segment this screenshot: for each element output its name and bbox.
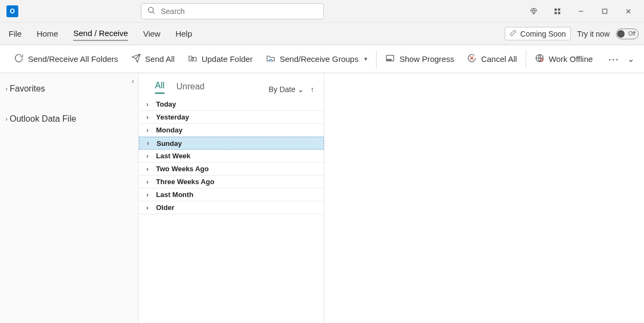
sort-controls: By Date ⌄ ↑	[268, 85, 314, 94]
search-icon	[147, 6, 161, 16]
separator	[376, 50, 377, 68]
try-it-toggle[interactable]: Off	[616, 29, 639, 39]
chevron-right-icon: ›	[146, 152, 152, 160]
mail-group-label: Three Weeks Ago	[156, 178, 214, 186]
show-progress-label: Show Progress	[399, 54, 454, 64]
svg-rect-11	[387, 59, 392, 60]
mail-group-label: Yesterday	[156, 113, 189, 121]
close-button[interactable]	[624, 6, 633, 16]
cancel-all-label: Cancel All	[481, 54, 517, 64]
search-input[interactable]	[161, 7, 318, 16]
coming-soon-label: Coming Soon	[520, 30, 566, 38]
wand-icon	[509, 29, 517, 38]
mail-group-row[interactable]: ›Three Weeks Ago	[139, 175, 324, 188]
menu-home[interactable]: Home	[37, 27, 58, 40]
collapse-sidebar-button[interactable]: ‹	[132, 78, 134, 85]
chevron-down-icon: ▾	[364, 55, 367, 62]
toggle-label: Off	[626, 31, 638, 37]
menu-bar: File Home Send / Receive View Help Comin…	[0, 23, 644, 45]
menu-file[interactable]: File	[9, 27, 22, 40]
update-folder-label: Update Folder	[202, 54, 253, 64]
title-bar	[0, 0, 644, 23]
folder-refresh-icon	[188, 53, 197, 65]
minimize-button[interactable]	[576, 6, 586, 16]
sidebar-favorites[interactable]: › Favorites	[0, 79, 138, 99]
more-commands-button[interactable]: ⋯	[608, 53, 620, 66]
collapse-ribbon-button[interactable]: ⌄	[627, 54, 634, 64]
favorites-label: Favorites	[10, 84, 45, 94]
tab-all[interactable]: All	[155, 81, 165, 94]
try-it-label: Try it now	[577, 30, 610, 38]
mail-group-row[interactable]: ›Older	[139, 201, 324, 214]
cancel-icon	[467, 53, 477, 65]
groups-icon	[266, 53, 275, 65]
send-receive-groups-button[interactable]: Send/Receive Groups ▾	[259, 50, 374, 68]
mail-list-pane: All Unread By Date ⌄ ↑ ›Today›Yesterday›…	[139, 73, 324, 323]
work-offline-label: Work Offline	[549, 54, 593, 64]
chevron-right-icon: ›	[146, 191, 152, 199]
sort-by-label: By Date	[268, 85, 295, 94]
mail-group-label: Today	[156, 100, 176, 108]
chevron-right-icon: ›	[146, 127, 152, 134]
update-folder-button[interactable]: Update Folder	[181, 50, 259, 68]
groups-label: Send/Receive Groups	[280, 54, 359, 64]
mail-group-row[interactable]: ›Last Week	[139, 150, 324, 163]
globe-icon	[535, 53, 544, 65]
reading-pane	[324, 73, 644, 323]
mail-group-row[interactable]: ›Monday	[139, 124, 324, 137]
chevron-right-icon: ›	[146, 114, 152, 121]
tab-unread[interactable]: Unread	[176, 82, 204, 94]
mail-group-row[interactable]: ›Last Month	[139, 188, 324, 201]
mail-group-label: Monday	[156, 126, 182, 134]
mail-group-label: Two Weeks Ago	[156, 165, 209, 173]
mail-group-row[interactable]: ›Today	[139, 98, 324, 111]
chevron-right-icon: ›	[5, 85, 8, 93]
svg-rect-4	[555, 12, 557, 14]
send-all-label: Send All	[145, 54, 175, 64]
chevron-right-icon: ›	[5, 115, 8, 123]
show-progress-button[interactable]: Show Progress	[379, 50, 461, 68]
chevron-right-icon: ›	[147, 139, 152, 147]
menu-view[interactable]: View	[143, 27, 160, 40]
chevron-right-icon: ›	[146, 178, 152, 186]
maximize-button[interactable]	[600, 6, 610, 16]
data-file-label: Outlook Data File	[10, 114, 76, 124]
mail-group-label: Older	[156, 203, 174, 212]
svg-rect-2	[555, 8, 557, 10]
title-right-controls	[529, 6, 644, 16]
svg-rect-3	[558, 8, 560, 10]
chevron-right-icon: ›	[146, 204, 152, 212]
grid-icon[interactable]	[553, 6, 562, 16]
folder-sidebar: ‹ › Favorites › Outlook Data File	[0, 73, 139, 323]
main-body: ‹ › Favorites › Outlook Data File All Un…	[0, 73, 644, 323]
send-receive-all-button[interactable]: Send/Receive All Folders	[8, 50, 125, 68]
chevron-right-icon: ›	[146, 165, 152, 173]
refresh-icon	[14, 53, 24, 65]
svg-point-0	[148, 8, 153, 12]
menu-right: Coming Soon Try it now Off	[505, 27, 644, 40]
work-offline-button[interactable]: Work Offline	[528, 50, 599, 68]
sidebar-data-file[interactable]: › Outlook Data File	[0, 109, 138, 129]
send-receive-all-label: Send/Receive All Folders	[28, 54, 118, 64]
sort-by-dropdown[interactable]: By Date ⌄	[268, 85, 304, 94]
ribbon-more: ⋯ ⌄	[608, 53, 644, 66]
mail-group-row[interactable]: ›Sunday	[139, 137, 324, 150]
search-box[interactable]	[141, 3, 324, 19]
chevron-right-icon: ›	[146, 101, 152, 108]
mail-group-label: Last Week	[156, 152, 190, 160]
send-all-button[interactable]: Send All	[125, 50, 181, 68]
svg-rect-5	[558, 12, 560, 14]
cancel-all-button[interactable]: Cancel All	[461, 50, 523, 68]
sort-direction-button[interactable]: ↑	[310, 85, 314, 94]
mail-filter-tabs: All Unread By Date ⌄ ↑	[139, 73, 324, 98]
mail-group-row[interactable]: ›Two Weeks Ago	[139, 163, 324, 175]
menu-help[interactable]: Help	[175, 27, 192, 40]
app-icon	[6, 5, 18, 17]
premium-icon[interactable]	[529, 6, 539, 16]
mail-group-label: Sunday	[157, 139, 182, 148]
send-icon	[131, 53, 141, 65]
mail-group-row[interactable]: ›Yesterday	[139, 111, 324, 124]
svg-line-1	[153, 12, 154, 13]
menu-send-receive[interactable]: Send / Receive	[73, 26, 128, 41]
coming-soon-button[interactable]: Coming Soon	[505, 27, 571, 40]
